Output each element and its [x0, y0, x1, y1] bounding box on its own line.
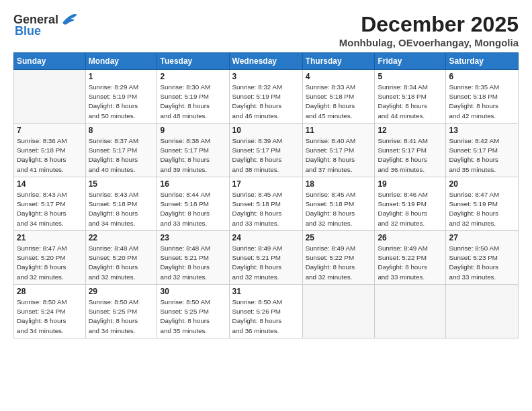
day-info: Sunrise: 8:45 AM Sunset: 5:18 PM Dayligh… — [232, 190, 300, 228]
calendar-cell — [302, 285, 375, 338]
calendar-table: Sunday Monday Tuesday Wednesday Thursday… — [13, 52, 519, 338]
day-number: 31 — [232, 287, 300, 296]
calendar-cell: 26Sunrise: 8:49 AM Sunset: 5:22 PM Dayli… — [375, 231, 446, 285]
day-info: Sunrise: 8:42 AM Sunset: 5:17 PM Dayligh… — [449, 136, 515, 175]
day-number: 26 — [378, 233, 443, 242]
logo-blue-text: Blue — [15, 24, 41, 38]
calendar-cell: 9Sunrise: 8:38 AM Sunset: 5:17 PM Daylig… — [157, 124, 229, 177]
day-info: Sunrise: 8:32 AM Sunset: 5:19 PM Dayligh… — [232, 83, 300, 121]
calendar-cell: 10Sunrise: 8:39 AM Sunset: 5:17 PM Dayli… — [229, 124, 302, 177]
day-info: Sunrise: 8:34 AM Sunset: 5:18 PM Dayligh… — [378, 83, 443, 121]
day-number: 10 — [232, 126, 300, 135]
day-info: Sunrise: 8:43 AM Sunset: 5:17 PM Dayligh… — [17, 190, 83, 228]
calendar-cell: 1Sunrise: 8:29 AM Sunset: 5:19 PM Daylig… — [85, 70, 157, 124]
header-friday: Friday — [375, 53, 446, 70]
calendar-cell: 5Sunrise: 8:34 AM Sunset: 5:18 PM Daylig… — [375, 70, 446, 124]
calendar-cell: 7Sunrise: 8:36 AM Sunset: 5:18 PM Daylig… — [14, 124, 86, 177]
calendar-week-4: 21Sunrise: 8:47 AM Sunset: 5:20 PM Dayli… — [14, 231, 519, 285]
day-number: 25 — [306, 233, 372, 242]
header-tuesday: Tuesday — [157, 53, 229, 70]
header-monday: Monday — [85, 53, 157, 70]
calendar-cell: 6Sunrise: 8:35 AM Sunset: 5:18 PM Daylig… — [446, 70, 519, 124]
calendar-cell: 2Sunrise: 8:30 AM Sunset: 5:19 PM Daylig… — [157, 70, 229, 124]
day-number: 9 — [160, 126, 226, 135]
header-wednesday: Wednesday — [229, 53, 302, 70]
header-sunday: Sunday — [14, 53, 86, 70]
day-number: 24 — [232, 233, 300, 242]
day-info: Sunrise: 8:40 AM Sunset: 5:17 PM Dayligh… — [306, 136, 372, 175]
day-info: Sunrise: 8:48 AM Sunset: 5:20 PM Dayligh… — [89, 244, 154, 282]
title-block: December 2025 Monhbulag, OEvoerhangay, M… — [339, 12, 519, 48]
day-info: Sunrise: 8:41 AM Sunset: 5:17 PM Dayligh… — [378, 136, 443, 175]
calendar-location: Monhbulag, OEvoerhangay, Mongolia — [339, 37, 519, 48]
day-number: 7 — [17, 126, 83, 135]
calendar-week-5: 28Sunrise: 8:50 AM Sunset: 5:24 PM Dayli… — [14, 285, 519, 338]
day-info: Sunrise: 8:45 AM Sunset: 5:18 PM Dayligh… — [306, 190, 372, 228]
calendar-cell: 14Sunrise: 8:43 AM Sunset: 5:17 PM Dayli… — [14, 177, 86, 231]
calendar-week-2: 7Sunrise: 8:36 AM Sunset: 5:18 PM Daylig… — [14, 124, 519, 177]
day-info: Sunrise: 8:49 AM Sunset: 5:22 PM Dayligh… — [306, 244, 372, 282]
day-number: 19 — [378, 179, 443, 189]
calendar-cell: 16Sunrise: 8:44 AM Sunset: 5:18 PM Dayli… — [157, 177, 229, 231]
day-info: Sunrise: 8:49 AM Sunset: 5:21 PM Dayligh… — [232, 244, 300, 282]
calendar-cell: 12Sunrise: 8:41 AM Sunset: 5:17 PM Dayli… — [375, 124, 446, 177]
day-info: Sunrise: 8:46 AM Sunset: 5:19 PM Dayligh… — [378, 190, 443, 228]
day-number: 5 — [378, 72, 443, 81]
day-info: Sunrise: 8:35 AM Sunset: 5:18 PM Dayligh… — [449, 83, 515, 121]
calendar-cell: 31Sunrise: 8:50 AM Sunset: 5:26 PM Dayli… — [229, 285, 302, 338]
calendar-cell: 17Sunrise: 8:45 AM Sunset: 5:18 PM Dayli… — [229, 177, 302, 231]
day-number: 27 — [449, 233, 515, 242]
day-number: 22 — [89, 233, 154, 242]
page-header: General Blue December 2025 Monhbulag, OE… — [13, 12, 519, 48]
day-number: 16 — [160, 179, 226, 189]
day-number: 11 — [306, 126, 372, 135]
day-info: Sunrise: 8:39 AM Sunset: 5:17 PM Dayligh… — [232, 136, 300, 175]
day-info: Sunrise: 8:47 AM Sunset: 5:19 PM Dayligh… — [449, 190, 515, 228]
day-number: 12 — [378, 126, 443, 135]
day-info: Sunrise: 8:30 AM Sunset: 5:19 PM Dayligh… — [160, 83, 226, 121]
day-info: Sunrise: 8:48 AM Sunset: 5:21 PM Dayligh… — [160, 244, 226, 282]
day-info: Sunrise: 8:44 AM Sunset: 5:18 PM Dayligh… — [160, 190, 226, 228]
day-info: Sunrise: 8:50 AM Sunset: 5:26 PM Dayligh… — [232, 298, 300, 336]
calendar-cell: 8Sunrise: 8:37 AM Sunset: 5:17 PM Daylig… — [85, 124, 157, 177]
calendar-cell: 19Sunrise: 8:46 AM Sunset: 5:19 PM Dayli… — [375, 177, 446, 231]
day-number: 17 — [232, 179, 300, 189]
day-number: 14 — [17, 179, 83, 189]
header-thursday: Thursday — [302, 53, 375, 70]
day-info: Sunrise: 8:38 AM Sunset: 5:17 PM Dayligh… — [160, 136, 226, 175]
day-number: 4 — [306, 72, 372, 81]
calendar-cell — [446, 285, 519, 338]
calendar-cell: 23Sunrise: 8:48 AM Sunset: 5:21 PM Dayli… — [157, 231, 229, 285]
calendar-title: December 2025 — [339, 12, 519, 37]
calendar-cell: 13Sunrise: 8:42 AM Sunset: 5:17 PM Dayli… — [446, 124, 519, 177]
calendar-week-1: 1Sunrise: 8:29 AM Sunset: 5:19 PM Daylig… — [14, 70, 519, 124]
day-info: Sunrise: 8:37 AM Sunset: 5:17 PM Dayligh… — [89, 136, 154, 175]
day-number: 1 — [89, 72, 154, 81]
calendar-week-3: 14Sunrise: 8:43 AM Sunset: 5:17 PM Dayli… — [14, 177, 519, 231]
day-info: Sunrise: 8:36 AM Sunset: 5:18 PM Dayligh… — [17, 136, 83, 175]
day-info: Sunrise: 8:50 AM Sunset: 5:23 PM Dayligh… — [449, 244, 515, 282]
day-number: 15 — [89, 179, 154, 189]
day-number: 18 — [306, 179, 372, 189]
calendar-cell: 15Sunrise: 8:43 AM Sunset: 5:18 PM Dayli… — [85, 177, 157, 231]
calendar-cell — [14, 70, 86, 124]
day-info: Sunrise: 8:50 AM Sunset: 5:25 PM Dayligh… — [89, 298, 154, 336]
calendar-cell: 22Sunrise: 8:48 AM Sunset: 5:20 PM Dayli… — [85, 231, 157, 285]
calendar-cell: 25Sunrise: 8:49 AM Sunset: 5:22 PM Dayli… — [302, 231, 375, 285]
header-saturday: Saturday — [446, 53, 519, 70]
day-info: Sunrise: 8:50 AM Sunset: 5:24 PM Dayligh… — [17, 298, 83, 336]
day-number: 8 — [89, 126, 154, 135]
calendar-cell: 30Sunrise: 8:50 AM Sunset: 5:25 PM Dayli… — [157, 285, 229, 338]
day-number: 21 — [17, 233, 83, 242]
calendar-cell: 29Sunrise: 8:50 AM Sunset: 5:25 PM Dayli… — [85, 285, 157, 338]
calendar-cell: 27Sunrise: 8:50 AM Sunset: 5:23 PM Dayli… — [446, 231, 519, 285]
day-number: 6 — [449, 72, 515, 81]
day-number: 2 — [160, 72, 226, 81]
logo-bird-icon — [60, 12, 79, 27]
calendar-cell: 28Sunrise: 8:50 AM Sunset: 5:24 PM Dayli… — [14, 285, 86, 338]
calendar-cell: 3Sunrise: 8:32 AM Sunset: 5:19 PM Daylig… — [229, 70, 302, 124]
calendar-cell: 20Sunrise: 8:47 AM Sunset: 5:19 PM Dayli… — [446, 177, 519, 231]
calendar-cell: 18Sunrise: 8:45 AM Sunset: 5:18 PM Dayli… — [302, 177, 375, 231]
calendar-header-row: Sunday Monday Tuesday Wednesday Thursday… — [14, 53, 519, 70]
calendar-cell: 11Sunrise: 8:40 AM Sunset: 5:17 PM Dayli… — [302, 124, 375, 177]
